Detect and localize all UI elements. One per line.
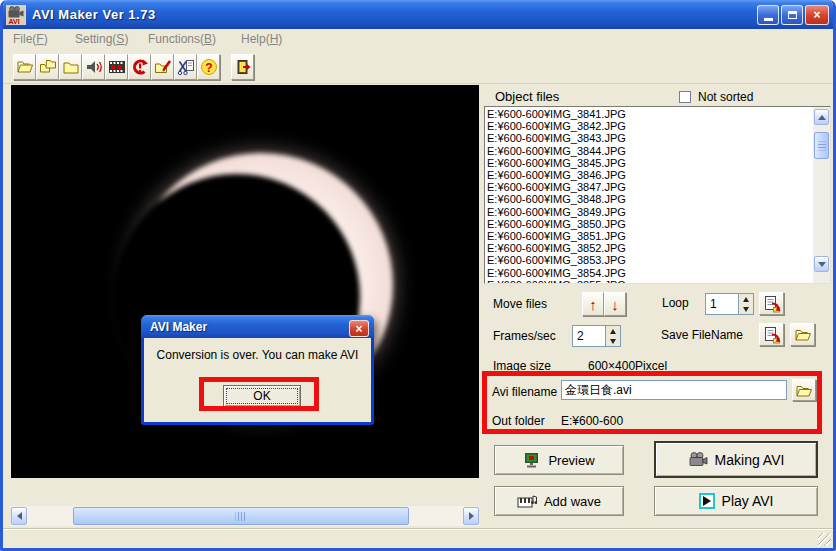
resize-grip-icon[interactable] xyxy=(818,533,831,546)
loop-label: Loop xyxy=(662,296,689,310)
file-list-item[interactable]: E:¥600-600¥IMG_3845.JPG xyxy=(487,157,812,169)
menu-setting[interactable]: Setting(S) xyxy=(75,32,128,46)
folder-icon xyxy=(62,58,80,76)
add-wave-button[interactable]: Add wave xyxy=(494,486,624,516)
dialog-close-button[interactable]: × xyxy=(349,320,369,337)
thumb-grip xyxy=(236,512,247,521)
down-arrow-icon: ↓ xyxy=(611,296,619,313)
frames-per-sec-label: Frames/sec xyxy=(493,329,556,343)
add-folder-button[interactable] xyxy=(36,54,59,80)
loop-spinner[interactable]: 1 xyxy=(705,293,754,315)
help-button[interactable]: ? xyxy=(197,54,220,80)
save-list-icon xyxy=(763,295,781,313)
file-list-item[interactable]: E:¥600-600¥IMG_3853.JPG xyxy=(487,254,812,266)
sound-button[interactable] xyxy=(82,54,105,80)
exit-icon xyxy=(234,58,252,76)
spin-up-icon[interactable] xyxy=(606,326,620,336)
scroll-down-button[interactable] xyxy=(814,256,829,272)
play-avi-button[interactable]: Play AVI xyxy=(654,486,818,516)
close-button[interactable]: × xyxy=(805,5,829,25)
music-keyboard-icon xyxy=(517,494,537,509)
dialog-title-bar: AVI Maker xyxy=(141,315,374,338)
file-list-item[interactable]: E:¥600-600¥IMG_3854.JPG xyxy=(487,267,812,279)
scroll-left-button[interactable] xyxy=(11,507,27,525)
svg-text:?: ? xyxy=(205,61,212,75)
open-file-button[interactable] xyxy=(13,54,36,80)
frames-spinner[interactable]: 2 xyxy=(572,325,621,347)
object-files-label: Object files xyxy=(495,89,559,104)
cut-paste-icon xyxy=(177,58,195,76)
folder-button[interactable] xyxy=(59,54,82,80)
spin-down-icon[interactable] xyxy=(739,304,753,314)
out-folder-label: Out folder xyxy=(492,414,545,428)
spin-down-icon[interactable] xyxy=(606,336,620,346)
movie-camera-icon xyxy=(688,451,708,468)
up-arrow-icon: ↑ xyxy=(589,296,597,313)
save-filename-button[interactable] xyxy=(759,323,784,346)
save-filename-label: Save FileName xyxy=(661,328,743,342)
exit-button[interactable] xyxy=(231,54,254,80)
file-list-item[interactable]: E:¥600-600¥IMG_3855.JPG xyxy=(487,279,812,284)
add-folder-icon xyxy=(39,58,57,76)
menu-help[interactable]: Help(H) xyxy=(241,32,282,46)
browse-avi-filename-button[interactable] xyxy=(792,379,816,401)
frames-spin-arrows[interactable] xyxy=(605,325,621,347)
convert-button[interactable] xyxy=(128,54,151,80)
open-folder-icon xyxy=(795,383,813,398)
scroll-up-button[interactable] xyxy=(814,109,829,125)
minimize-icon xyxy=(764,18,773,21)
making-avi-label: Making AVI xyxy=(715,452,785,468)
frames-value[interactable]: 2 xyxy=(572,325,605,347)
scroll-right-icon xyxy=(469,512,474,520)
vertical-scrollbar[interactable] xyxy=(813,107,830,283)
scroll-left-icon xyxy=(17,512,22,520)
menu-file[interactable]: File(F) xyxy=(13,32,48,46)
svg-text:AVI: AVI xyxy=(9,18,20,25)
ok-button[interactable]: OK xyxy=(223,385,301,407)
add-wave-label: Add wave xyxy=(544,494,601,509)
scroll-up-icon xyxy=(818,115,826,120)
toolbar: ? xyxy=(3,51,833,84)
loop-spin-arrows[interactable] xyxy=(738,293,754,315)
thumb-grip xyxy=(818,141,826,150)
cut-paste-button[interactable] xyxy=(174,54,197,80)
scroll-right-button[interactable] xyxy=(463,507,479,525)
menu-bar: File(F) Setting(S) Functions(B) Help(H) xyxy=(3,29,833,51)
file-list-item[interactable]: E:¥600-600¥IMG_3852.JPG xyxy=(487,242,812,254)
minimize-button[interactable] xyxy=(757,5,779,25)
close-icon: × xyxy=(355,322,362,336)
making-avi-button[interactable]: Making AVI xyxy=(654,441,818,478)
spin-up-icon[interactable] xyxy=(739,294,753,304)
convert-icon xyxy=(131,58,149,76)
menu-functions[interactable]: Functions(B) xyxy=(148,32,216,46)
help-icon: ? xyxy=(200,58,218,76)
file-list-item[interactable]: E:¥600-600¥IMG_3844.JPG xyxy=(487,145,812,157)
file-list-item[interactable]: E:¥600-600¥IMG_3847.JPG xyxy=(487,181,812,193)
maximize-button[interactable] xyxy=(781,5,803,25)
horizontal-scroll-thumb[interactable] xyxy=(73,507,409,525)
preview-button[interactable]: Preview xyxy=(494,445,624,475)
not-sorted-checkbox[interactable] xyxy=(679,91,691,103)
monitor-icon xyxy=(523,452,541,469)
horizontal-scrollbar[interactable] xyxy=(11,506,479,526)
edit-list-button[interactable] xyxy=(151,54,174,80)
vertical-scroll-thumb[interactable] xyxy=(814,132,829,159)
loop-value[interactable]: 1 xyxy=(705,293,738,315)
file-list-item[interactable]: E:¥600-600¥IMG_3849.JPG xyxy=(487,206,812,218)
move-down-button[interactable]: ↓ xyxy=(604,292,626,316)
film-button[interactable] xyxy=(105,54,128,80)
object-files-list[interactable]: E:¥600-600¥IMG_3841.JPGE:¥600-600¥IMG_38… xyxy=(484,106,831,284)
image-size-label: Image size xyxy=(493,359,551,373)
file-list-item[interactable]: E:¥600-600¥IMG_3850.JPG xyxy=(487,218,812,230)
file-list-item[interactable]: E:¥600-600¥IMG_3851.JPG xyxy=(487,230,812,242)
file-list-item[interactable]: E:¥600-600¥IMG_3841.JPG xyxy=(487,108,812,120)
preview-label: Preview xyxy=(548,453,594,468)
file-list-item[interactable]: E:¥600-600¥IMG_3843.JPG xyxy=(487,132,812,144)
file-list-item[interactable]: E:¥600-600¥IMG_3842.JPG xyxy=(487,120,812,132)
save-loop-list-button[interactable] xyxy=(759,292,784,315)
move-up-button[interactable]: ↑ xyxy=(582,292,604,316)
file-list-item[interactable]: E:¥600-600¥IMG_3848.JPG xyxy=(487,193,812,205)
file-list-item[interactable]: E:¥600-600¥IMG_3846.JPG xyxy=(487,169,812,181)
avi-filename-input[interactable] xyxy=(561,380,787,400)
load-filename-button[interactable] xyxy=(790,323,815,346)
